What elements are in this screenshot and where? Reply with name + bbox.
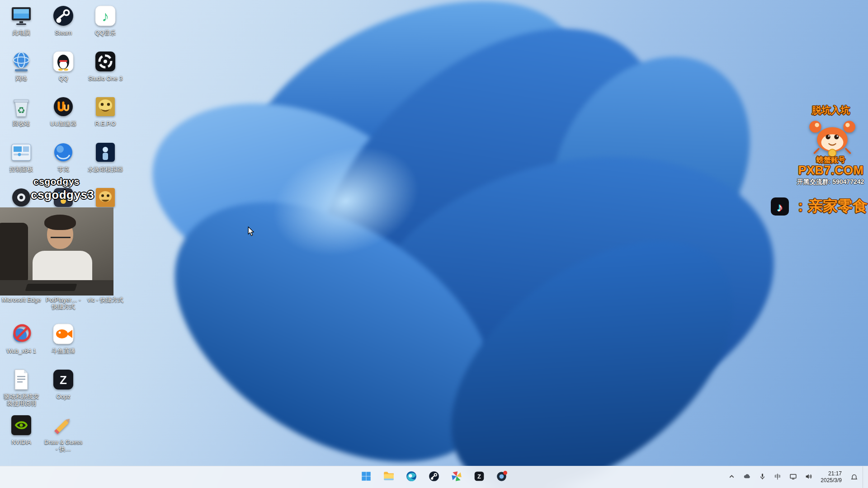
network-icon <box>9 49 34 74</box>
recycle-bin-icon: ♻ <box>9 94 34 119</box>
taskbar-edge-browser[interactable] <box>402 468 420 486</box>
start-icon <box>360 470 372 484</box>
shortcut-a-icon <box>9 185 34 210</box>
desktop-icon-recycle-bin[interactable]: ♻ 回收站 <box>1 94 41 127</box>
desktop-icon-aquarium-sim[interactable]: 水族馆模拟器 <box>85 140 125 173</box>
icon-label: 驱动和系统安装使用说明 <box>1 393 41 407</box>
icon-label: UU加速器 <box>43 120 83 127</box>
svg-text:♪: ♪ <box>102 8 109 24</box>
draw-and-guess-icon <box>51 413 76 438</box>
clock[interactable]: 21:17 2025/3/9 <box>817 470 845 484</box>
notification-bell-icon[interactable] <box>847 470 861 484</box>
desktop-icon-repo[interactable]: R.E.P.O <box>85 94 125 127</box>
taskbar-chat-app-with-badge[interactable] <box>493 468 511 486</box>
ime-indicator-label: 中 <box>774 473 781 481</box>
desktop-icon-nvidia[interactable]: NVIDIA <box>1 413 41 446</box>
wub-icon <box>9 321 34 347</box>
system-tray: 中 21:17 2025/3/9 <box>725 466 865 488</box>
webcam-chair <box>0 223 28 284</box>
steam-icon <box>51 3 76 28</box>
oopz-icon: Z <box>51 367 76 392</box>
icon-label: 此电脑 <box>1 29 41 36</box>
desktop-icon-this-pc[interactable]: 此电脑 <box>1 3 41 36</box>
icon-label: 回收站 <box>1 120 41 127</box>
tray-icons: 中 <box>725 470 815 484</box>
icon-label: vlc - 快捷方式 <box>85 296 125 303</box>
icon-label: 水族馆模拟器 <box>85 166 125 173</box>
icon-label: Wub_x64 1 <box>1 347 41 354</box>
show-desktop-button[interactable] <box>863 466 865 488</box>
desktop-icon-steam[interactable]: Steam <box>43 3 83 36</box>
repo-icon <box>93 94 118 119</box>
nvidia-icon <box>9 413 34 438</box>
desktop-icon-draw-and-guess[interactable]: Draw & Guess - 快… <box>43 413 83 453</box>
desktop-icon-uu-booster[interactable]: UU加速器 <box>43 94 83 127</box>
lingke-icon <box>51 140 76 165</box>
stream-label-top: csgodgys <box>33 176 80 187</box>
taskbar-file-explorer[interactable] <box>380 468 398 486</box>
display-cast-icon[interactable] <box>786 470 800 484</box>
tiktok-icon: ♪ ♪ ♪ <box>770 197 789 216</box>
desktop-icon-control-panel[interactable]: 控制面板 <box>1 140 41 173</box>
aquarium-sim-icon <box>93 140 118 165</box>
icon-label: 斗鱼直播 <box>43 347 83 354</box>
taskbar-game-platform[interactable] <box>448 468 466 486</box>
icon-label: QQ音乐 <box>85 29 125 36</box>
desktop-icon-lingke[interactable]: 零克 <box>43 140 83 173</box>
icon-label: 控制面板 <box>1 166 41 173</box>
webcam-overlay <box>0 207 113 296</box>
qq-icon <box>51 49 76 74</box>
clock-time: 21:17 <box>821 470 842 477</box>
icon-label: 网络 <box>1 75 41 82</box>
tray-expand-button <box>728 473 736 482</box>
desktop-icon-douyu-live[interactable]: 斗鱼直播 <box>43 321 83 354</box>
desktop-icon-wub[interactable]: Wub_x64 1 <box>1 321 41 354</box>
taskbar-start[interactable] <box>357 468 375 486</box>
mouse-cursor <box>247 225 255 238</box>
microphone-icon <box>759 473 766 482</box>
promo-tiktok-row: ♪ ♪ ♪ ：亲家零食 <box>770 196 868 216</box>
taskbar-steam[interactable] <box>425 468 443 486</box>
desktop-icon-network[interactable]: 网络 <box>1 49 41 82</box>
svg-text:Z: Z <box>477 473 481 480</box>
microphone-icon[interactable] <box>755 470 769 484</box>
file-explorer-icon <box>383 470 395 484</box>
icon-label: Studio One 3 <box>85 75 125 82</box>
desktop-icon-qq-music[interactable]: ♪ QQ音乐 <box>85 3 125 36</box>
promo-site-link: PXB7.COM <box>792 164 868 178</box>
crab-mascot-image <box>806 116 859 158</box>
desktop-icon-qq[interactable]: QQ <box>43 49 83 82</box>
taskbar-oopz[interactable]: Z <box>470 468 488 486</box>
edge-browser-icon <box>406 470 417 484</box>
svg-text:Z: Z <box>60 373 67 387</box>
webcam-person-hair <box>44 215 76 230</box>
desktop-icon-studio-one-3[interactable]: Studio One 3 <box>85 49 125 82</box>
icon-label: PotPlayer… - 快捷方式 <box>43 296 83 310</box>
ime-indicator[interactable]: 中 <box>771 470 784 484</box>
icon-label: 零克 <box>43 166 83 173</box>
tray-expand-button[interactable] <box>725 470 738 484</box>
desktop-icon-oopz[interactable]: Z Oopz <box>43 367 83 400</box>
svg-text:♪: ♪ <box>777 200 783 214</box>
volume-icon <box>805 473 812 482</box>
icon-label: Steam <box>43 29 83 36</box>
desktop-icon-grid: 此电脑 Steam ♪ QQ音乐 网络 QQ Studio One 3 ♻ 回收… <box>0 0 868 488</box>
promo-tiktok-label: ：亲家零食 <box>793 196 868 216</box>
webcam-keyboard <box>25 284 77 291</box>
icon-label: Oopz <box>43 393 83 400</box>
icon-label: Draw & Guess - 快… <box>43 439 83 453</box>
qq-music-icon: ♪ <box>93 3 118 28</box>
cloud-status-icon <box>743 473 751 482</box>
display-cast-icon <box>789 473 797 482</box>
icon-label: QQ <box>43 75 83 82</box>
volume-icon[interactable] <box>802 470 815 484</box>
game-platform-icon <box>451 470 462 484</box>
desktop-icon-driver-readme[interactable]: 驱动和系统安装使用说明 <box>1 367 41 407</box>
douyu-live-icon <box>51 321 76 347</box>
cloud-status-icon[interactable] <box>740 470 754 484</box>
promo-headline: 脱坑入坑 <box>799 104 863 117</box>
shortcut-c-icon <box>93 185 118 210</box>
studio-one-3-icon <box>93 49 118 74</box>
driver-readme-icon <box>9 367 34 392</box>
taskbar-center-items: Z <box>357 468 511 486</box>
